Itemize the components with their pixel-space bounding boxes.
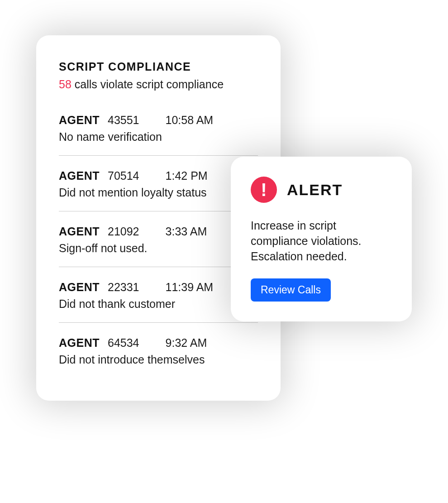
agent-label: AGENT [59,169,100,182]
agent-reason: Did not introduce themselves [59,353,258,366]
agent-time: 3:33 AM [166,225,207,238]
agent-id: 70514 [108,169,139,182]
agent-id: 22331 [108,281,139,294]
agent-id: 64534 [108,336,139,350]
agent-id: 43551 [108,114,139,127]
alert-title: ALERT [287,181,343,199]
compliance-title: SCRIPT COMPLIANCE [59,60,258,73]
agent-row[interactable]: AGENT 43551 10:58 AM No name verificatio… [59,114,258,155]
agent-time: 1:42 PM [166,169,208,182]
violation-count: 58 [59,78,71,91]
agent-reason: Did not mention loyalty status [59,186,258,199]
alert-card: ! ALERT Increase in script compliance vi… [231,157,412,321]
agent-time: 11:39 AM [166,281,214,294]
agent-time: 10:58 AM [166,114,214,127]
agent-label: AGENT [59,225,100,238]
agent-row[interactable]: AGENT 70514 1:42 PM Did not mention loya… [59,155,258,211]
compliance-subtitle-suffix: calls violate script compliance [71,78,224,91]
agent-id: 21092 [108,225,139,238]
alert-body: Increase in script compliance violations… [251,218,392,264]
agent-reason: No name verification [59,130,258,144]
agent-time: 9:32 AM [166,336,207,350]
agent-reason: Did not thank customer [59,297,258,311]
exclamation-icon: ! [251,177,277,203]
review-calls-button[interactable]: Review Calls [251,278,331,302]
agent-label: AGENT [59,114,100,127]
agent-row[interactable]: AGENT 64534 9:32 AM Did not introduce th… [59,322,258,378]
agent-row[interactable]: AGENT 21092 3:33 AM Sign-off not used. [59,211,258,267]
agent-reason: Sign-off not used. [59,242,258,255]
compliance-subtitle: 58 calls violate script compliance [59,78,258,91]
agent-label: AGENT [59,336,100,350]
agent-row[interactable]: AGENT 22331 11:39 AM Did not thank custo… [59,267,258,322]
agent-label: AGENT [59,281,100,294]
alert-header: ! ALERT [251,177,392,203]
